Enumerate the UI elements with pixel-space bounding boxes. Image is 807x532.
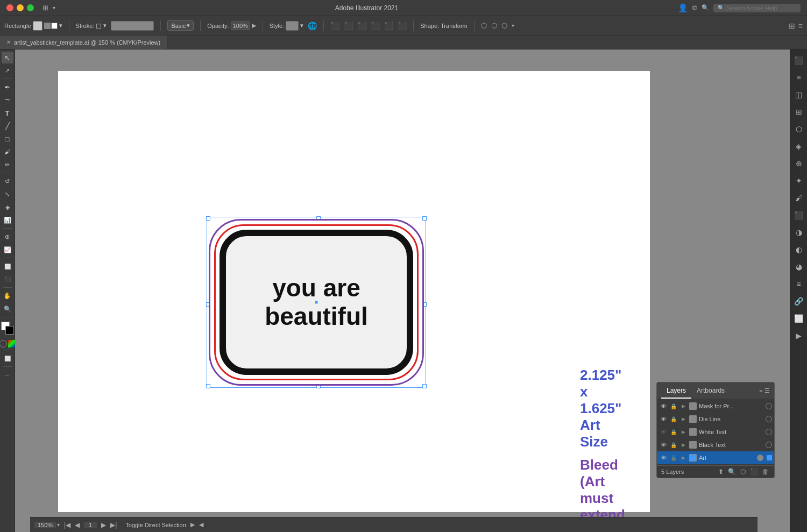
align-bottom-icon[interactable]: ⬛ [398, 22, 407, 30]
align-right-icon[interactable]: ⬛ [357, 22, 366, 30]
rotate-tool[interactable]: ↺ [2, 175, 13, 187]
artboards-rail-icon[interactable]: ⬜ [792, 312, 805, 325]
scale-tool[interactable]: ⤡ [2, 188, 13, 200]
text-tool[interactable]: T [2, 107, 13, 119]
color-guide-icon[interactable]: ◐ [792, 243, 805, 256]
align-center-h-icon[interactable]: ⬛ [344, 22, 353, 30]
color-rail-icon[interactable]: ◕ [792, 260, 805, 273]
align-middle-icon[interactable]: ⬛ [384, 22, 393, 30]
zoom-chevron[interactable]: ▾ [57, 522, 60, 528]
zoom-tool[interactable]: 🔍 [2, 303, 13, 315]
properties-icon[interactable]: ≡ [792, 71, 805, 84]
layer-target-whitetext[interactable] [766, 429, 772, 435]
pathfinder-icon[interactable]: ⊕ [792, 157, 805, 170]
slice-tool[interactable]: ⬛ [2, 273, 13, 285]
brushes-icon[interactable]: 🖌 [792, 191, 805, 204]
layer-eye-dieline[interactable]: 👁 [659, 415, 668, 423]
search-adobe-input[interactable] [726, 5, 796, 11]
transform-rail-icon[interactable]: ⬡ [792, 123, 805, 136]
align-left-icon[interactable]: ⬛ [330, 22, 339, 30]
panel-icon[interactable]: ≡ [798, 22, 803, 30]
minimize-button[interactable] [17, 4, 24, 11]
toggle-direct-btn[interactable]: ▶ [190, 521, 195, 528]
change-screen-mode-btn[interactable]: ⬜ [2, 352, 13, 364]
layer-target-dieline[interactable] [766, 416, 772, 422]
direct-select-tool[interactable]: ↗ [2, 65, 13, 76]
graph-tool[interactable]: 📊 [2, 214, 13, 226]
close-button[interactable] [6, 4, 13, 11]
layer-row-mask[interactable]: 👁 🔒 ▶ Mask for Pr... [657, 400, 774, 413]
align-top-icon[interactable]: ⬛ [371, 22, 380, 30]
layers-panel-btn2[interactable]: ⬡ [739, 468, 747, 476]
column-graph-tool[interactable]: 📈 [2, 244, 13, 256]
user-icon[interactable]: 👤 [678, 3, 688, 13]
link-icon[interactable]: 🔗 [792, 295, 805, 308]
line-tool[interactable]: ╱ [2, 120, 13, 132]
layer-lock-art[interactable]: 🔒 [670, 454, 677, 462]
transform-icon-2[interactable]: ⬡ [491, 22, 497, 30]
transform-chevron[interactable]: ▾ [512, 23, 514, 29]
handle-br[interactable] [422, 384, 427, 388]
layer-eye-art[interactable]: 👁 [659, 453, 668, 462]
appearance-rail-icon[interactable]: ◈ [792, 140, 805, 153]
handle-tl[interactable] [206, 216, 210, 221]
select-tool[interactable]: ↖ [2, 52, 13, 63]
next-page-btn[interactable]: ▶| [110, 521, 117, 529]
layer-lock-whitetext[interactable]: 🔒 [670, 428, 677, 436]
layer-target-blacktext[interactable] [766, 442, 772, 448]
panel-menu-btn[interactable]: ☰ [764, 387, 770, 394]
workspace-icon[interactable]: ⊞ [43, 4, 48, 12]
layers-rail-icon[interactable]: ◫ [792, 88, 805, 101]
stroke-chevron[interactable]: ▾ [103, 22, 107, 29]
opacity-input[interactable] [231, 22, 250, 30]
stroke-dash-preview[interactable] [111, 21, 154, 31]
handle-tr[interactable] [422, 216, 427, 221]
align-rail-icon[interactable]: ⊞ [792, 105, 805, 118]
layer-eye-mask[interactable]: 👁 [659, 402, 668, 410]
layer-lock-blacktext[interactable]: 🔒 [670, 441, 677, 449]
layer-eye-blacktext[interactable]: 👁 [659, 441, 668, 449]
adobe-help-search[interactable]: 🔍 [713, 4, 801, 12]
style-chevron[interactable]: ▾ [300, 22, 303, 29]
layer-lock-mask[interactable]: 🔒 [670, 402, 677, 410]
layer-row-dieline[interactable]: 👁 🔒 ▶ Die Line [657, 413, 774, 425]
next-btn[interactable]: ▶ [101, 521, 106, 529]
shape-color-options[interactable] [44, 23, 58, 29]
window-icon[interactable]: ⧉ [692, 4, 697, 12]
layer-expand-blacktext[interactable]: ▶ [679, 441, 687, 449]
layer-expand-art[interactable]: ▶ [679, 454, 687, 462]
gradient-icon[interactable] [8, 340, 16, 347]
gradient-rail-icon[interactable]: ◑ [792, 226, 805, 239]
globe-icon[interactable]: 🌐 [308, 22, 317, 30]
style-preview[interactable] [286, 21, 299, 31]
layer-target-mask[interactable] [766, 403, 772, 409]
layer-target-art[interactable] [757, 455, 763, 461]
transform-icon-3[interactable]: ⬡ [501, 22, 507, 30]
stroke-color-icon[interactable]: ◻ [96, 22, 102, 30]
layer-expand-dieline[interactable]: ▶ [679, 415, 687, 423]
paintbrush-tool[interactable]: 🖌 [2, 146, 13, 158]
shape-tool[interactable]: □ [2, 133, 13, 145]
swatches-icon[interactable]: ⬛ [792, 209, 805, 222]
handle-bl[interactable] [206, 384, 210, 388]
layer-row-blacktext[interactable]: 👁 🔒 ▶ Black Text [657, 438, 774, 451]
curvature-tool[interactable]: 〜 [2, 94, 13, 106]
warp-tool[interactable]: ◈ [2, 201, 13, 213]
zoom-input[interactable] [34, 522, 56, 528]
add-layer-to-artboard-btn[interactable]: ⬆ [717, 468, 725, 476]
prev-btn[interactable]: ◀ [75, 521, 80, 529]
layers-zoom-btn[interactable]: 🔍 [727, 468, 737, 476]
pencil-tool[interactable]: ✏ [2, 159, 13, 171]
panel-expand-btn[interactable]: » [759, 387, 762, 394]
more-tools-btn[interactable]: ··· [2, 369, 13, 381]
tab-close-icon[interactable]: ✕ [6, 39, 11, 45]
artboard-tool[interactable]: ⬜ [2, 260, 13, 272]
artboard-number[interactable] [84, 522, 97, 528]
shape-chevron[interactable]: ▾ [59, 22, 62, 29]
opacity-chevron[interactable]: ▶ [252, 22, 256, 29]
tab-layers[interactable]: Layers [661, 382, 691, 399]
layer-row-whitetext[interactable]: 👁 🔒 ▶ White Text [657, 425, 774, 438]
style-preset-dropdown[interactable]: Basic ▾ [167, 20, 194, 31]
layer-expand-whitetext[interactable]: ▶ [679, 428, 687, 436]
layers-delete-btn[interactable]: 🗑 [761, 468, 770, 476]
